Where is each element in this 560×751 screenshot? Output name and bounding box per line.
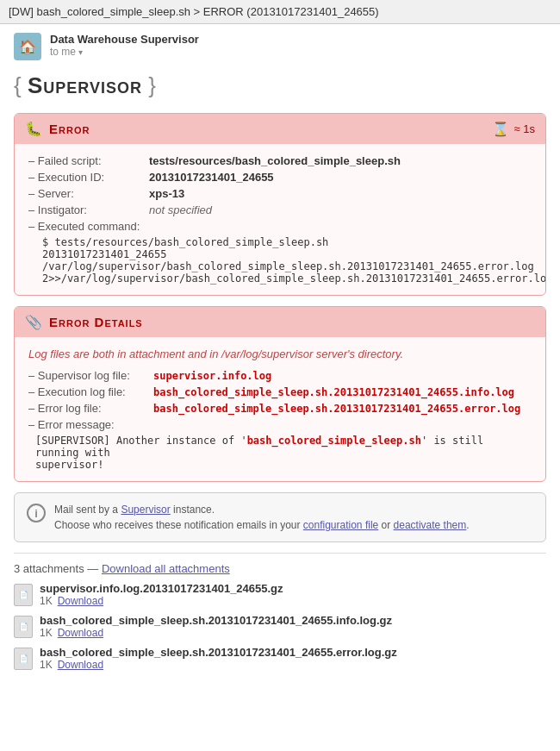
download-button-3[interactable]: Download — [58, 659, 103, 671]
supervisor-log-label: – Supervisor log file: — [28, 369, 153, 382]
cmd-line-3: /var/log/supervisor/bash_colored_simple_… — [42, 260, 532, 272]
download-all-link[interactable]: Download all attachments — [102, 562, 230, 575]
title-bar-text: [DW] bash_colored_simple_sleep.sh > ERRO… — [9, 5, 379, 18]
command-block: $ tests/resources/bash_colored_simple_sl… — [28, 236, 532, 285]
error-message-label: – Error message: — [28, 418, 153, 431]
attachment-icon-2: 📄 — [14, 616, 33, 638]
execution-log-label: – Execution log file: — [28, 385, 153, 398]
error-details-title: Error Details — [49, 315, 143, 329]
cmd-line-2: 20131017231401_24655 — [42, 248, 532, 260]
error-details-card-body: Log files are both in attachment and in … — [15, 337, 545, 481]
error-details-card: 📎 Error Details Log files are both in at… — [14, 306, 546, 482]
error-card-body: – Failed script: tests/resources/bash_co… — [15, 144, 545, 295]
close-brace: } — [148, 72, 156, 98]
attachment-meta-2: 1K Download — [40, 627, 546, 639]
execution-log-row: – Execution log file: bash_colored_simpl… — [28, 385, 532, 398]
error-details-header-left: 📎 Error Details — [25, 314, 143, 330]
error-log-label: – Error log file: — [28, 402, 153, 415]
cmd-line-1: $ tests/resources/bash_colored_simple_sl… — [42, 236, 532, 248]
timer-icon: ⌛ — [492, 121, 509, 137]
error-log-value: bash_colored_simple_sleep.sh.20131017231… — [153, 403, 520, 415]
info-icon: i — [27, 504, 46, 523]
bug-icon: 🐛 — [25, 121, 42, 137]
deactivate-link[interactable]: deactivate them — [394, 519, 467, 531]
attachment-info-2: bash_colored_simple_sleep.sh.20131017231… — [40, 614, 546, 639]
info-box: i Mail sent by a Supervisor instance. Ch… — [14, 492, 546, 542]
avatar: 🏠 — [14, 33, 41, 60]
error-card-title: Error — [49, 122, 90, 136]
error-details-card-header: 📎 Error Details — [15, 307, 545, 337]
attachment-size-1: 1K — [40, 595, 53, 607]
attachment-item-1: 📄 supervisor.info.log.20131017231401_246… — [14, 582, 546, 607]
to-dropdown-arrow[interactable]: ▾ — [78, 47, 83, 57]
error-message-row: – Error message: — [28, 418, 532, 431]
instigator-row: – Instigator: not specified — [28, 203, 532, 216]
error-message-block: [SUPERVISOR] Another instance of 'bash_c… — [28, 435, 532, 471]
supervisor-name: Supervisor — [28, 72, 142, 98]
executed-command-row: – Executed command: — [28, 220, 532, 233]
highlight-script-name: bash_colored_simple_sleep.sh — [247, 435, 421, 447]
attachment-name-3: bash_colored_simple_sleep.sh.20131017231… — [40, 646, 546, 659]
error-card-header-right: ⌛ ≈ 1s — [492, 121, 535, 137]
execution-id-row: – Execution ID: 20131017231401_24655 — [28, 171, 532, 184]
attachment-icon-1: 📄 — [14, 584, 33, 606]
supervisor-title: { Supervisor } — [0, 66, 560, 113]
time-approx: ≈ 1s — [514, 122, 535, 135]
error-card-header-left: 🐛 Error — [25, 121, 90, 137]
info-text-part4: or — [378, 519, 393, 531]
error-details-note: Log files are both in attachment and in … — [28, 347, 532, 360]
supervisor-log-value: supervisor.info.log — [153, 370, 271, 382]
attachments-count: 3 attachments — — [14, 562, 102, 575]
download-button-2[interactable]: Download — [58, 627, 103, 639]
attachment-item-2: 📄 bash_colored_simple_sleep.sh.201310172… — [14, 614, 546, 639]
title-bar: [DW] bash_colored_simple_sleep.sh > ERRO… — [0, 0, 560, 24]
info-text-part5: . — [466, 519, 469, 531]
info-text-part1: Mail sent by a — [54, 504, 121, 516]
execution-id-value: 20131017231401_24655 — [149, 171, 274, 184]
attachment-meta-3: 1K Download — [40, 659, 546, 671]
error-log-row: – Error log file: bash_colored_simple_sl… — [28, 402, 532, 415]
server-label: – Server: — [28, 187, 149, 200]
sender-info: Data Warehouse Supervisor to me ▾ — [50, 33, 546, 58]
supervisor-link[interactable]: Supervisor — [121, 504, 170, 516]
info-box-text: Mail sent by a Supervisor instance. Choo… — [54, 502, 470, 533]
error-card: 🐛 Error ⌛ ≈ 1s – Failed script: tests/re… — [14, 113, 546, 296]
attachment-name-2: bash_colored_simple_sleep.sh.20131017231… — [40, 614, 546, 627]
attachment-meta-1: 1K Download — [40, 595, 546, 607]
sender-name: Data Warehouse Supervisor — [50, 33, 546, 46]
server-row: – Server: xps-13 — [28, 187, 532, 200]
error-msg-line2: supervisor! — [35, 459, 103, 471]
failed-script-row: – Failed script: tests/resources/bash_co… — [28, 154, 532, 167]
to-line: to me ▾ — [50, 46, 546, 58]
attachment-icon-3: 📄 — [14, 648, 33, 670]
instigator-value: not specified — [149, 203, 212, 216]
config-file-link[interactable]: configuration file — [303, 519, 378, 531]
paperclip-icon: 📎 — [25, 314, 42, 330]
attachment-info-1: supervisor.info.log.20131017231401_24655… — [40, 582, 546, 607]
to-text: to me — [50, 46, 76, 58]
info-text-part2: instance. — [171, 504, 215, 516]
attachment-name-1: supervisor.info.log.20131017231401_24655… — [40, 582, 546, 595]
open-brace: { — [14, 72, 22, 98]
download-button-1[interactable]: Download — [58, 595, 103, 607]
error-card-header: 🐛 Error ⌛ ≈ 1s — [15, 114, 545, 144]
failed-script-label: – Failed script: — [28, 154, 149, 167]
attachment-item-3: 📄 bash_colored_simple_sleep.sh.201310172… — [14, 646, 546, 671]
failed-script-value: tests/resources/bash_colored_simple_slee… — [149, 154, 401, 167]
execution-log-value: bash_colored_simple_sleep.sh.20131017231… — [153, 386, 514, 398]
cmd-line-4: 2>>/var/log/supervisor/bash_colored_simp… — [42, 272, 532, 285]
execution-id-label: – Execution ID: — [28, 171, 149, 184]
instigator-label: – Instigator: — [28, 203, 149, 216]
attachment-info-3: bash_colored_simple_sleep.sh.20131017231… — [40, 646, 546, 671]
attachments-section: 3 attachments — Download all attachments… — [14, 553, 546, 671]
executed-command-label: – Executed command: — [28, 220, 149, 233]
attachments-header: 3 attachments — Download all attachments — [14, 562, 546, 575]
server-value: xps-13 — [149, 187, 184, 200]
supervisor-log-row: – Supervisor log file: supervisor.info.l… — [28, 369, 532, 382]
note-text: Log files are both in attachment and in … — [28, 347, 403, 360]
error-msg-line1: [SUPERVISOR] Another instance of 'bash_c… — [35, 435, 483, 459]
attachment-size-2: 1K — [40, 627, 53, 639]
attachment-size-3: 1K — [40, 659, 53, 671]
info-text-part3: Choose who receives these notification e… — [54, 519, 303, 531]
email-header: 🏠 Data Warehouse Supervisor to me ▾ — [0, 24, 560, 66]
